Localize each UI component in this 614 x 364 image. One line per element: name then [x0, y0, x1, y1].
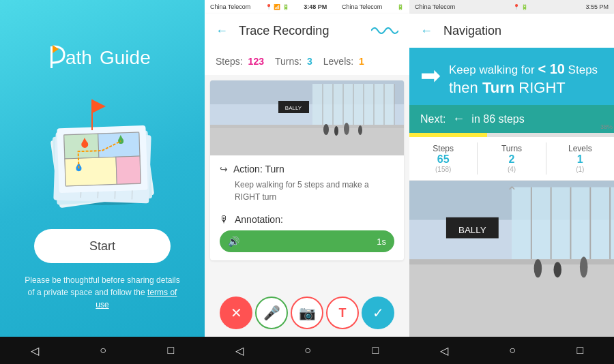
- carrier-right: China Telecom: [342, 3, 382, 10]
- android-nav-home: ◁ ○ □: [0, 337, 205, 364]
- svg-text:BALLY: BALLY: [458, 225, 486, 235]
- svg-rect-43: [210, 125, 404, 155]
- svg-rect-19: [98, 132, 140, 157]
- confirm-button[interactable]: ✓: [362, 297, 394, 329]
- map-illustration: [34, 93, 171, 215]
- svg-point-64: [534, 259, 542, 277]
- nav-progress-fill: [409, 133, 487, 137]
- nav-instruction: Keep walking for < 10 Steps then Turn RI…: [449, 59, 603, 97]
- turn-text: then Turn RIGHT: [449, 79, 603, 97]
- back-nav-btn-nav[interactable]: ◁: [440, 344, 448, 357]
- navigation-panel: China Telecom 📍 🔋 3:55 PM ← Navigation ➡…: [409, 0, 614, 364]
- nav-header: ← Navigation: [409, 14, 614, 48]
- nav-progress-bar: 38%: [409, 133, 614, 137]
- camera-button[interactable]: 📷: [291, 297, 323, 329]
- nav-stats-bar: Steps 65 (158) Turns 2 (4) Levels 1 (1): [409, 137, 614, 181]
- home-nav-btn[interactable]: ○: [100, 344, 106, 357]
- next-steps: in 86 steps: [471, 113, 524, 125]
- trace-image: BALLY: [210, 80, 404, 155]
- carrier-left: China Telecom: [210, 3, 250, 10]
- android-nav-nav: ◁ ○ □: [409, 337, 614, 364]
- svg-text:BALLY: BALLY: [285, 105, 302, 111]
- svg-rect-18: [64, 134, 99, 159]
- mic-button[interactable]: 🎤: [255, 297, 288, 329]
- nav-levels-stat: Levels 1 (1): [546, 142, 614, 175]
- annotation-mic-icon: 🎙: [220, 214, 229, 225]
- home-footer: Please be thoughtful before sharing deta…: [0, 274, 205, 311]
- action-description: Keep walking for 5 steps and make a RIGH…: [220, 179, 394, 203]
- trace-card: BALLY ↪ Action: Turn Keep walking for 5 …: [210, 80, 404, 260]
- action-section: ↪ Action: Turn Keep walking for 5 steps …: [210, 155, 404, 209]
- trace-panel: China Telecom 📍 📶 🔋 3:48 PM China Teleco…: [205, 0, 409, 364]
- nav-back-button[interactable]: ←: [420, 24, 433, 38]
- chevron-up-icon[interactable]: ⌃: [506, 183, 518, 200]
- nav-status-bar: China Telecom 📍 🔋 3:55 PM: [409, 0, 614, 14]
- home-panel: ath Guide: [0, 0, 205, 364]
- nav-forward-arrow-icon: ➡: [420, 61, 441, 90]
- wave-icon: [371, 24, 398, 37]
- mic-icon: 🎤: [263, 305, 280, 321]
- nav-direction-card: ➡ Keep walking for < 10 Steps then Turn …: [409, 48, 614, 105]
- svg-text:Guide: Guide: [100, 47, 151, 68]
- nav-time: 3:55 PM: [585, 3, 609, 10]
- logo-text: ath Guide: [48, 41, 157, 79]
- start-button[interactable]: Start: [34, 229, 171, 263]
- svg-rect-0: [50, 46, 53, 68]
- nav-title: Navigation: [443, 24, 501, 38]
- text-button[interactable]: T: [326, 297, 359, 329]
- nav-progress-label: 38%: [600, 123, 613, 130]
- svg-point-47: [344, 123, 349, 135]
- svg-text:ath: ath: [65, 47, 92, 68]
- svg-rect-20: [65, 157, 117, 186]
- annotation-title: 🎙 Annotation:: [220, 214, 394, 225]
- nav-direction-main: ➡ Keep walking for < 10 Steps then Turn …: [420, 59, 603, 97]
- recents-nav-btn-trace[interactable]: □: [372, 344, 379, 357]
- steps-stat: Steps: 123: [216, 56, 264, 67]
- back-nav-btn-trace[interactable]: ◁: [235, 344, 244, 357]
- back-nav-btn[interactable]: ◁: [31, 344, 39, 357]
- trace-status-bar: China Telecom 📍 📶 🔋 3:48 PM China Teleco…: [205, 0, 409, 14]
- home-nav-btn-trace[interactable]: ○: [304, 344, 311, 357]
- checkmark-icon: ✓: [372, 305, 384, 321]
- svg-rect-21: [116, 156, 141, 184]
- android-nav-trace: ◁ ○ □: [205, 337, 409, 364]
- trace-header: ← Trace Recording: [205, 14, 409, 48]
- svg-point-46: [334, 126, 338, 136]
- svg-point-65: [553, 262, 561, 277]
- trace-toolbar: ✕ 🎤 📷 T ✓: [205, 289, 409, 337]
- cancel-button[interactable]: ✕: [220, 297, 252, 329]
- action-title: ↪ Action: Turn: [220, 164, 394, 175]
- app-logo: ath Guide: [48, 41, 157, 79]
- trace-back-button[interactable]: ←: [216, 24, 228, 38]
- trace-stats: Steps: 123 Turns: 3 Levels: 1: [205, 48, 409, 75]
- audio-bar[interactable]: 🔊 1s: [220, 230, 394, 252]
- svg-point-66: [580, 256, 588, 277]
- next-label: Next:: [420, 113, 445, 125]
- time-display: 3:48 PM: [304, 3, 327, 10]
- camera-icon: 📷: [299, 305, 316, 321]
- levels-stat: Levels: 1: [323, 56, 364, 67]
- next-turn-icon: ←: [452, 112, 465, 126]
- annotation-section: 🎙 Annotation: 🔊 1s: [210, 209, 404, 260]
- svg-rect-44: [210, 125, 404, 128]
- trace-title: Trace Recording: [239, 24, 360, 38]
- nav-next-section: Next: ← in 86 steps: [409, 105, 614, 133]
- audio-duration: 1s: [377, 237, 386, 247]
- svg-marker-29: [92, 100, 106, 113]
- turn-arrow-icon: ↪: [220, 164, 228, 175]
- nav-carrier: China Telecom: [415, 3, 455, 10]
- home-nav-btn-nav[interactable]: ○: [509, 344, 516, 357]
- svg-point-45: [323, 124, 329, 135]
- svg-point-48: [358, 125, 362, 135]
- recents-nav-btn[interactable]: □: [168, 344, 175, 357]
- walking-text: Keep walking for < 10 Steps: [449, 59, 603, 79]
- svg-rect-51: [512, 187, 614, 260]
- nav-steps-stat: Steps 65 (158): [409, 142, 478, 175]
- recents-nav-btn-nav[interactable]: □: [577, 344, 584, 357]
- nav-turns-stat: Turns 2 (4): [478, 142, 546, 175]
- audio-play-icon: 🔊: [228, 236, 239, 247]
- turns-stat: Turns: 3: [275, 56, 312, 67]
